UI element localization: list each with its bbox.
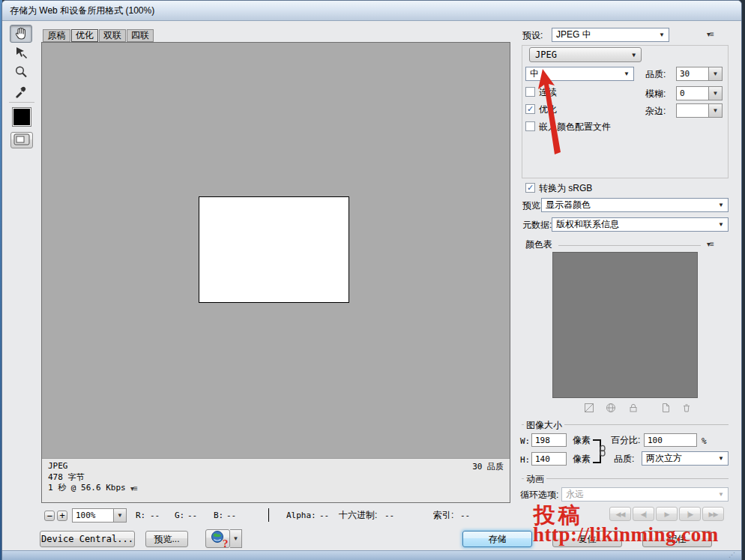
lock-color-icon[interactable]: [628, 403, 639, 415]
preview-mode-dropdown[interactable]: 显示器颜色▼: [541, 198, 729, 212]
chevron-down-icon: ▼: [713, 90, 719, 97]
browser-preview-icon-button[interactable]: ?: [205, 529, 230, 548]
preset-menu-icon[interactable]: ▾≡: [707, 31, 714, 38]
image-size-header: 图像大小: [524, 419, 564, 432]
preview-button-label: 预览...: [154, 533, 179, 546]
eyedropper-color-swatch[interactable]: [12, 107, 31, 127]
resample-dropdown[interactable]: 两次立方▼: [642, 451, 729, 466]
optimized-label: 优化: [539, 104, 557, 115]
remember-button[interactable]: 记住: [642, 531, 712, 547]
stats-download-time: 1 秒 @ 56.6 Kbps: [48, 482, 126, 493]
color-table-divider: [558, 245, 701, 246]
chevron-down-icon: ▼: [713, 107, 719, 114]
toggle-slices-visibility-button[interactable]: [10, 132, 33, 148]
zoom-level-value[interactable]: 100%: [72, 508, 114, 523]
play-button: ▶: [656, 507, 678, 521]
slice-select-tool-button[interactable]: [10, 44, 32, 62]
quality-label: 品质:: [645, 69, 666, 80]
optimized-checkbox[interactable]: ✓: [525, 104, 535, 114]
slice-select-icon: [13, 45, 28, 62]
chevron-down-icon: ▼: [624, 70, 630, 77]
r-value: --: [150, 511, 160, 520]
preset-label: 预设:: [522, 30, 543, 41]
format-dropdown[interactable]: JPEG▼: [529, 47, 642, 62]
quality-value: 30: [680, 69, 690, 79]
quality-slider-button[interactable]: ▼: [709, 67, 723, 81]
chevron-down-icon: ▼: [718, 455, 724, 462]
web-shift-icon[interactable]: [606, 403, 616, 415]
window-title: 存储为 Web 和设备所用格式 (100%): [10, 5, 154, 16]
reset-button-label: 复位: [579, 533, 597, 546]
height-value: 140: [535, 454, 550, 464]
b-label: B:: [214, 511, 223, 520]
toolbar-divider: [9, 102, 34, 103]
color-table-swatches[interactable]: [552, 252, 698, 398]
preset-dropdown[interactable]: JPEG 中▼: [552, 28, 669, 42]
preview-in-browser-button[interactable]: 预览...: [145, 531, 188, 547]
check-icon: ✓: [527, 105, 534, 113]
quality-input[interactable]: 30: [676, 67, 709, 81]
tab-original[interactable]: 原稿: [43, 29, 70, 42]
browser-preview-dropdown-button[interactable]: ▼: [230, 529, 242, 548]
loop-label: 循环选项:: [520, 490, 558, 501]
chevron-down-icon: ▼: [659, 31, 665, 38]
embed-profile-checkbox[interactable]: [525, 121, 535, 131]
eyedropper-tool-button[interactable]: [10, 83, 32, 101]
g-label: G:: [175, 511, 184, 520]
chevron-down-icon: ▼: [718, 221, 724, 228]
percent-label: 百分比:: [611, 435, 640, 446]
metadata-dropdown[interactable]: 版权和联系信息▼: [552, 217, 729, 232]
transparency-map-icon[interactable]: [584, 403, 594, 415]
blur-label: 模糊:: [645, 88, 666, 100]
tab-optimized-label: 优化: [76, 29, 94, 42]
blur-value: 0: [680, 88, 685, 98]
blur-slider-button[interactable]: ▼: [709, 86, 723, 100]
magnifier-icon: [13, 64, 28, 82]
width-input[interactable]: 198: [531, 433, 567, 447]
next-frame-icon: |▶: [687, 511, 693, 518]
window-titlebar[interactable]: 存储为 Web 和设备所用格式 (100%): [2, 1, 741, 21]
resize-grip[interactable]: ⋰: [729, 552, 738, 559]
zoom-level-text: 100%: [76, 511, 96, 520]
progressive-checkbox[interactable]: [525, 87, 535, 97]
chevron-down-icon: ▼: [718, 491, 724, 498]
percent-input[interactable]: 100: [644, 433, 697, 447]
zoom-out-button[interactable]: −: [44, 511, 55, 521]
hex-value: --: [384, 511, 394, 520]
stats-quality-note: 30 品质: [472, 461, 504, 472]
resample-value: 两次立方: [646, 452, 682, 465]
height-input[interactable]: 140: [531, 452, 567, 466]
format-value: JPEG: [535, 49, 557, 60]
hand-tool-button[interactable]: [10, 25, 32, 43]
link-icon[interactable]: [599, 445, 606, 460]
alpha-value: --: [319, 511, 329, 520]
save-button[interactable]: 存储: [462, 531, 532, 547]
reset-button[interactable]: 复位: [552, 531, 622, 547]
stats-menu-icon[interactable]: ▾≡: [130, 485, 137, 493]
trash-icon[interactable]: [681, 403, 692, 415]
animation-header: 动画: [524, 473, 546, 486]
eyedropper-icon: [13, 84, 28, 101]
compression-dropdown[interactable]: 中▼: [525, 67, 634, 81]
new-color-icon[interactable]: [660, 403, 671, 415]
color-table-menu-icon[interactable]: ▾≡: [707, 241, 714, 248]
device-central-button[interactable]: Device Central...: [40, 531, 135, 547]
tab-2up[interactable]: 双联: [99, 29, 126, 42]
percent-unit: %: [702, 436, 707, 446]
browser-globe-icon: ?: [211, 530, 226, 547]
matte-dropdown-button[interactable]: ▼: [709, 103, 723, 118]
stats-format: JPEG: [48, 461, 68, 471]
zoom-tool-button[interactable]: [10, 64, 32, 82]
blur-input[interactable]: 0: [676, 86, 709, 100]
tab-4up[interactable]: 四联: [127, 29, 154, 42]
zoom-level-dropdown-button[interactable]: ▼: [114, 508, 127, 523]
height-unit: 像素: [573, 454, 591, 465]
convert-srgb-checkbox[interactable]: ✓: [525, 183, 535, 193]
chevron-down-icon: ▼: [713, 70, 719, 77]
matte-input[interactable]: [676, 103, 709, 118]
preview-canvas[interactable]: [41, 42, 510, 503]
zoom-in-button[interactable]: +: [57, 511, 67, 521]
preview-image[interactable]: [199, 196, 349, 303]
tab-optimized[interactable]: 优化: [71, 29, 98, 42]
stats-filesize: 478 字节: [48, 472, 85, 483]
